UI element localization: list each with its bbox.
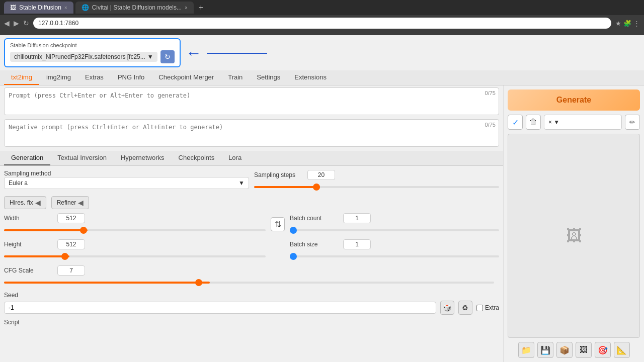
checkpoint-refresh-button[interactable]: ↻ <box>160 50 175 63</box>
reload-button[interactable]: ↻ <box>23 19 29 27</box>
menu-icon[interactable]: ⋮ <box>633 20 640 27</box>
tab-png-info[interactable]: PNG Info <box>111 70 151 85</box>
tab-txt2img[interactable]: txt2img <box>4 70 39 85</box>
cfg-scale-value[interactable]: 7 <box>57 265 85 276</box>
script-section: Script <box>4 319 499 326</box>
subtab-lora[interactable]: Lora <box>221 151 249 165</box>
tab-close-btn-2[interactable]: × <box>185 5 188 11</box>
edit-styles-button[interactable]: ✏ <box>625 115 640 130</box>
right-panel: Generate ✓ 🗑 × ▼ ✏ 🖼 📁 💾 📦 🖼 🎯 📐 <box>503 85 644 362</box>
sampling-method-dropdown[interactable]: Euler a ▼ <box>4 177 249 189</box>
height-label: Height <box>4 241 54 248</box>
cfg-scale-thumb[interactable] <box>195 279 202 286</box>
content-area: 0/75 0/75 Generation Textual Inversion H… <box>0 85 644 362</box>
checkpoint-select-row: chilloutmix_NiPrunedFp32Fix.safetensors … <box>10 50 175 63</box>
height-fill <box>4 255 69 257</box>
negative-token-count: 0/75 <box>485 122 496 128</box>
bookmark-icon[interactable]: ★ <box>615 20 621 27</box>
width-value[interactable]: 512 <box>57 213 85 223</box>
back-button[interactable]: ◀ <box>4 19 10 27</box>
checkpoint-dropdown[interactable]: chilloutmix_NiPrunedFp32Fix.safetensors … <box>10 52 157 62</box>
tab-label-2: Civitai | Stable Diffusion models... <box>92 4 182 11</box>
batch-size-track <box>290 255 499 257</box>
tab-checkpoint-merger[interactable]: Checkpoint Merger <box>151 70 221 85</box>
subtab-textual-inversion[interactable]: Textual Inversion <box>50 151 114 165</box>
save-button[interactable]: 💾 <box>537 342 553 358</box>
refiner-label: Refiner <box>57 199 76 206</box>
extensions-icon[interactable]: 🧩 <box>623 20 631 27</box>
width-thumb[interactable] <box>80 227 87 234</box>
tab-extensions[interactable]: Extensions <box>287 70 334 85</box>
positive-prompt-section: 0/75 <box>0 85 503 117</box>
browser-icons: ★ 🧩 ⋮ <box>615 20 640 27</box>
tab-stable-diffusion[interactable]: 🖼 Stable Diffusion × <box>4 2 73 14</box>
tab-favicon-2: 🌐 <box>82 4 89 11</box>
tab-close-btn[interactable]: × <box>64 5 67 11</box>
batch-count-thumb[interactable] <box>290 227 297 234</box>
hires-fix-button[interactable]: Hires. fix ◀ <box>4 196 46 209</box>
sampling-steps-label: Sampling steps <box>254 171 304 178</box>
delete-styles-button[interactable]: 🗑 <box>526 115 541 130</box>
sampling-method-label: Sampling method <box>4 170 249 177</box>
zip-button[interactable]: 📦 <box>556 342 573 358</box>
tab-civitai[interactable]: 🌐 Civitai | Stable Diffusion models... × <box>75 2 194 14</box>
tab-settings[interactable]: Settings <box>250 70 287 85</box>
cfg-scale-label: CFG Scale <box>4 267 54 274</box>
style-select[interactable]: × ▼ <box>544 115 622 130</box>
height-track <box>4 255 266 257</box>
subtab-hypernetworks[interactable]: Hypernetworks <box>114 151 172 165</box>
width-slider[interactable] <box>4 225 266 235</box>
batch-count-value[interactable]: 1 <box>343 213 371 223</box>
extra-checkbox-input[interactable] <box>476 305 483 311</box>
sampling-steps-slider[interactable] <box>254 182 499 192</box>
new-tab-button[interactable]: + <box>196 3 206 12</box>
steps-thumb[interactable] <box>313 184 320 191</box>
height-slider[interactable] <box>4 251 266 261</box>
batch-count-col: Batch count 1 <box>290 213 499 235</box>
script-label: Script <box>4 319 499 326</box>
seed-input[interactable] <box>4 302 436 314</box>
refiner-button[interactable]: Refiner ◀ <box>51 196 90 209</box>
tab-train[interactable]: Train <box>221 70 250 85</box>
hires-collapse-icon: ◀ <box>35 199 41 207</box>
open-folder-button[interactable]: 📁 <box>518 342 534 358</box>
extra-checkbox[interactable]: Extra <box>476 304 499 311</box>
height-thumb[interactable] <box>61 253 68 260</box>
image-preview-area: 🖼 <box>508 134 640 338</box>
height-batchsize-row: Height 512 Batch size <box>4 239 499 261</box>
url-box[interactable]: 127.0.0.1:7860 <box>33 18 611 29</box>
negative-prompt-input[interactable] <box>5 120 499 145</box>
subtab-generation[interactable]: Generation <box>4 151 50 165</box>
seed-recycle-button[interactable]: ♻ <box>458 301 472 315</box>
swap-dimensions-button[interactable]: ⇅ <box>271 217 285 231</box>
seed-row: 🎲 ♻ Extra <box>4 301 499 315</box>
sampling-steps-value[interactable]: 20 <box>307 170 335 180</box>
batch-count-track <box>290 229 499 231</box>
apply-styles-button[interactable]: ✓ <box>508 115 523 130</box>
positive-prompt-input[interactable] <box>5 88 499 113</box>
sampling-method-col: Sampling method Euler a ▼ <box>4 170 249 189</box>
seed-dice-button[interactable]: 🎲 <box>440 301 454 315</box>
batch-count-slider[interactable] <box>290 225 499 235</box>
seed-label: Seed <box>4 292 499 299</box>
forward-button[interactable]: ▶ <box>14 19 19 27</box>
negative-prompt-section: 0/75 <box>0 117 503 149</box>
sampling-method-value: Euler a <box>9 179 28 187</box>
positive-token-count: 0/75 <box>485 90 496 96</box>
batch-size-slider[interactable] <box>290 251 499 261</box>
gallery-button[interactable]: 🖼 <box>576 342 592 358</box>
checkpoint-value: chilloutmix_NiPrunedFp32Fix.safetensors … <box>14 53 145 60</box>
height-value[interactable]: 512 <box>57 239 85 249</box>
batch-size-thumb[interactable] <box>290 253 297 260</box>
generate-button[interactable]: Generate <box>508 89 640 111</box>
batch-size-value[interactable]: 1 <box>343 239 371 249</box>
subtab-checkpoints[interactable]: Checkpoints <box>172 151 222 165</box>
cfg-scale-slider[interactable] <box>4 278 494 288</box>
tab-bar: 🖼 Stable Diffusion × 🌐 Civitai | Stable … <box>0 0 644 15</box>
tab-extras[interactable]: Extras <box>78 70 111 85</box>
preview-placeholder-icon: 🖼 <box>566 227 582 245</box>
tab-img2img[interactable]: img2img <box>39 70 78 85</box>
scale-button[interactable]: 📐 <box>614 342 630 358</box>
style-button[interactable]: 🎯 <box>595 342 611 358</box>
cfg-scale-fill <box>4 282 210 284</box>
